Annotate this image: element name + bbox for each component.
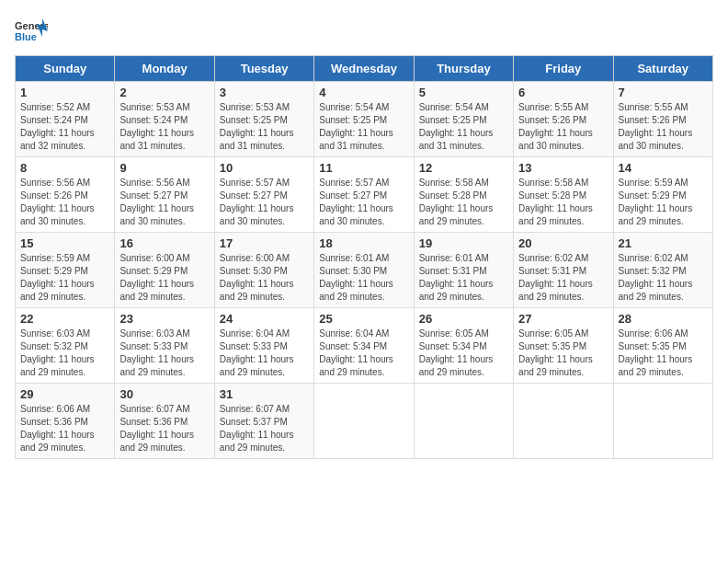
calendar-cell: 15Sunrise: 5:59 AM Sunset: 5:29 PM Dayli… [16,233,115,308]
day-number: 14 [619,161,708,175]
calendar-cell: 10Sunrise: 5:57 AM Sunset: 5:27 PM Dayli… [214,157,313,233]
day-detail: Sunrise: 5:56 AM Sunset: 5:26 PM Dayligh… [20,177,109,228]
day-number: 15 [20,236,109,250]
calendar-cell: 19Sunrise: 6:01 AM Sunset: 5:31 PM Dayli… [414,233,513,308]
day-number: 28 [619,312,708,326]
calendar-cell: 16Sunrise: 6:00 AM Sunset: 5:29 PM Dayli… [115,233,214,308]
day-number: 20 [518,236,608,250]
day-detail: Sunrise: 5:59 AM Sunset: 5:29 PM Dayligh… [619,177,708,228]
day-detail: Sunrise: 6:06 AM Sunset: 5:36 PM Dayligh… [20,403,109,454]
calendar-cell: 27Sunrise: 6:05 AM Sunset: 5:35 PM Dayli… [514,308,613,384]
calendar-cell [514,384,613,459]
calendar-cell: 12Sunrise: 5:58 AM Sunset: 5:28 PM Dayli… [414,157,513,233]
day-number: 1 [20,86,109,99]
day-number: 8 [20,161,109,175]
day-number: 12 [419,161,508,175]
day-detail: Sunrise: 5:56 AM Sunset: 5:27 PM Dayligh… [119,177,209,228]
day-header-wednesday: Wednesday [314,56,414,82]
calendar-cell: 8Sunrise: 5:56 AM Sunset: 5:26 PM Daylig… [16,157,115,233]
day-detail: Sunrise: 6:03 AM Sunset: 5:33 PM Dayligh… [119,327,209,379]
day-detail: Sunrise: 5:55 AM Sunset: 5:26 PM Dayligh… [518,101,608,153]
day-detail: Sunrise: 6:01 AM Sunset: 5:30 PM Dayligh… [319,252,408,304]
day-detail: Sunrise: 6:04 AM Sunset: 5:34 PM Dayligh… [319,327,408,379]
calendar-table: SundayMondayTuesdayWednesdayThursdayFrid… [15,55,713,459]
day-detail: Sunrise: 6:07 AM Sunset: 5:36 PM Dayligh… [119,403,209,454]
day-number: 30 [119,387,209,401]
day-number: 2 [119,86,209,99]
logo-icon: General Blue [15,15,48,48]
day-detail: Sunrise: 6:02 AM Sunset: 5:32 PM Dayligh… [619,252,708,304]
day-number: 7 [619,86,708,99]
calendar-cell: 21Sunrise: 6:02 AM Sunset: 5:32 PM Dayli… [613,233,712,308]
day-detail: Sunrise: 5:53 AM Sunset: 5:24 PM Dayligh… [119,101,209,153]
day-number: 4 [319,86,408,99]
day-detail: Sunrise: 6:05 AM Sunset: 5:35 PM Dayligh… [518,327,608,379]
day-number: 9 [119,161,209,175]
calendar-cell: 29Sunrise: 6:06 AM Sunset: 5:36 PM Dayli… [16,384,115,459]
day-detail: Sunrise: 6:06 AM Sunset: 5:35 PM Dayligh… [619,327,708,379]
day-number: 26 [419,312,508,326]
calendar-cell: 25Sunrise: 6:04 AM Sunset: 5:34 PM Dayli… [314,308,414,384]
calendar-cell: 4Sunrise: 5:54 AM Sunset: 5:25 PM Daylig… [314,82,414,157]
day-number: 22 [20,312,109,326]
day-number: 31 [220,387,309,401]
day-detail: Sunrise: 5:59 AM Sunset: 5:29 PM Dayligh… [20,252,109,304]
calendar-cell: 2Sunrise: 5:53 AM Sunset: 5:24 PM Daylig… [115,82,214,157]
day-number: 25 [319,312,408,326]
day-detail: Sunrise: 5:52 AM Sunset: 5:24 PM Dayligh… [20,101,109,153]
day-detail: Sunrise: 6:01 AM Sunset: 5:31 PM Dayligh… [419,252,508,304]
day-number: 19 [419,236,508,250]
day-detail: Sunrise: 6:02 AM Sunset: 5:31 PM Dayligh… [518,252,608,304]
day-detail: Sunrise: 6:07 AM Sunset: 5:37 PM Dayligh… [220,403,309,454]
calendar-cell: 1Sunrise: 5:52 AM Sunset: 5:24 PM Daylig… [16,82,115,157]
day-header-monday: Monday [115,56,214,82]
calendar-week-3: 15Sunrise: 5:59 AM Sunset: 5:29 PM Dayli… [16,233,713,308]
day-number: 3 [220,86,309,99]
day-detail: Sunrise: 5:53 AM Sunset: 5:25 PM Dayligh… [220,101,309,153]
day-detail: Sunrise: 6:00 AM Sunset: 5:29 PM Dayligh… [119,252,209,304]
calendar-header-row: SundayMondayTuesdayWednesdayThursdayFrid… [16,56,713,82]
day-detail: Sunrise: 5:54 AM Sunset: 5:25 PM Dayligh… [419,101,508,153]
calendar-cell: 26Sunrise: 6:05 AM Sunset: 5:34 PM Dayli… [414,308,513,384]
calendar-cell: 20Sunrise: 6:02 AM Sunset: 5:31 PM Dayli… [514,233,613,308]
day-header-sunday: Sunday [16,56,115,82]
calendar-week-5: 29Sunrise: 6:06 AM Sunset: 5:36 PM Dayli… [16,384,713,459]
day-header-thursday: Thursday [414,56,513,82]
calendar-cell: 17Sunrise: 6:00 AM Sunset: 5:30 PM Dayli… [214,233,313,308]
calendar-cell: 14Sunrise: 5:59 AM Sunset: 5:29 PM Dayli… [613,157,712,233]
day-detail: Sunrise: 5:58 AM Sunset: 5:28 PM Dayligh… [419,177,508,228]
day-number: 17 [220,236,309,250]
calendar-cell: 23Sunrise: 6:03 AM Sunset: 5:33 PM Dayli… [115,308,214,384]
calendar-cell [314,384,414,459]
calendar-cell: 3Sunrise: 5:53 AM Sunset: 5:25 PM Daylig… [214,82,313,157]
svg-text:Blue: Blue [15,31,37,42]
day-number: 13 [518,161,608,175]
calendar-week-4: 22Sunrise: 6:03 AM Sunset: 5:32 PM Dayli… [16,308,713,384]
day-detail: Sunrise: 5:55 AM Sunset: 5:26 PM Dayligh… [619,101,708,153]
day-number: 27 [518,312,608,326]
calendar-cell: 11Sunrise: 5:57 AM Sunset: 5:27 PM Dayli… [314,157,414,233]
day-detail: Sunrise: 6:05 AM Sunset: 5:34 PM Dayligh… [419,327,508,379]
calendar-week-1: 1Sunrise: 5:52 AM Sunset: 5:24 PM Daylig… [16,82,713,157]
calendar-cell: 28Sunrise: 6:06 AM Sunset: 5:35 PM Dayli… [613,308,712,384]
day-number: 10 [220,161,309,175]
day-detail: Sunrise: 6:04 AM Sunset: 5:33 PM Dayligh… [220,327,309,379]
day-number: 6 [518,86,608,99]
day-detail: Sunrise: 6:00 AM Sunset: 5:30 PM Dayligh… [220,252,309,304]
calendar-cell: 7Sunrise: 5:55 AM Sunset: 5:26 PM Daylig… [613,82,712,157]
day-number: 5 [419,86,508,99]
calendar-cell: 22Sunrise: 6:03 AM Sunset: 5:32 PM Dayli… [16,308,115,384]
calendar-cell: 9Sunrise: 5:56 AM Sunset: 5:27 PM Daylig… [115,157,214,233]
day-detail: Sunrise: 5:54 AM Sunset: 5:25 PM Dayligh… [319,101,408,153]
day-number: 11 [319,161,408,175]
day-header-tuesday: Tuesday [214,56,313,82]
day-number: 29 [20,387,109,401]
day-header-saturday: Saturday [613,56,712,82]
page-header: General Blue [15,15,713,48]
day-number: 18 [319,236,408,250]
calendar-cell [414,384,513,459]
day-detail: Sunrise: 5:57 AM Sunset: 5:27 PM Dayligh… [220,177,309,228]
day-number: 21 [619,236,708,250]
calendar-cell: 6Sunrise: 5:55 AM Sunset: 5:26 PM Daylig… [514,82,613,157]
calendar-cell: 5Sunrise: 5:54 AM Sunset: 5:25 PM Daylig… [414,82,513,157]
